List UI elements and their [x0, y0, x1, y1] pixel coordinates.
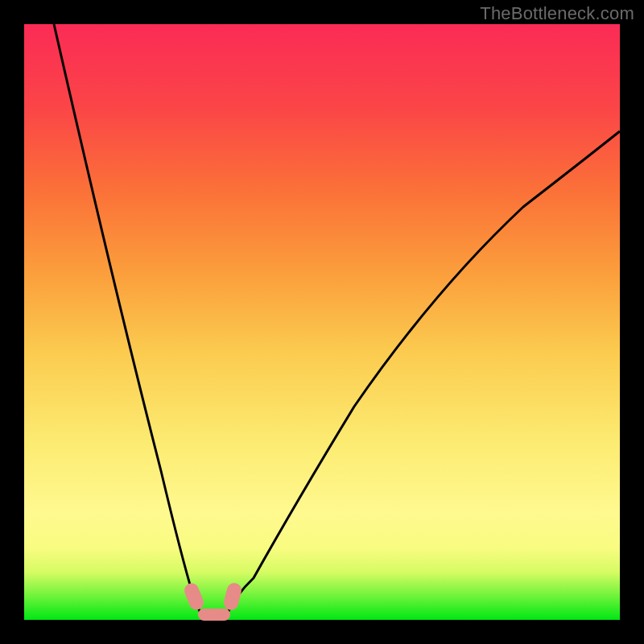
basin-marker — [198, 609, 230, 621]
watermark-text: TheBottleneck.com — [480, 3, 634, 24]
curve-left-branch — [54, 24, 201, 614]
chart-frame: TheBottleneck.com — [0, 0, 644, 644]
curve-svg — [24, 24, 620, 620]
plot-area — [24, 24, 620, 620]
curve-right-branch — [227, 131, 620, 614]
